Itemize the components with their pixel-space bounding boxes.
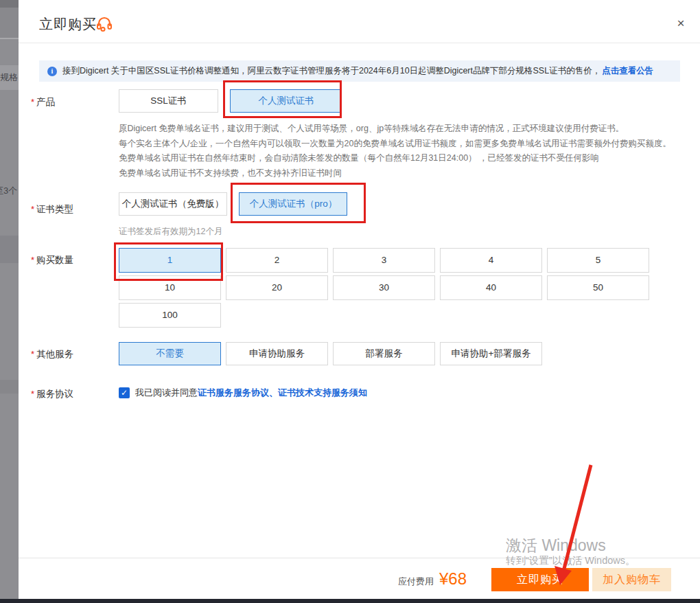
background-band (0, 38, 19, 39)
background-clipped-text: 分规格 (0, 71, 18, 84)
description-line: 原Digicert 免费单域名证书，建议用于测试、个人试用等场景，org、jp等… (119, 122, 695, 137)
purchase-dialog: 立即购买 × i 接到Digicert 关于中国区SSL证书价格调整通知，阿里云… (19, 0, 700, 599)
agreement-text: 我已阅读并同意证书服务服务协议、证书技术支持服务须知 (135, 387, 367, 399)
agreement-row: ✓ 我已阅读并同意证书服务服务协议、证书技术支持服务须知 (119, 387, 367, 399)
description-line: 免费单域名试用证书不支持续费，也不支持补齐旧证书时间 (119, 166, 695, 181)
dialog-header: 立即购买 × (19, 0, 700, 43)
service-option-assist[interactable]: 申请协助服务 (226, 342, 328, 365)
quantity-option-20[interactable]: 20 (226, 275, 328, 300)
quantity-option-30[interactable]: 30 (333, 275, 435, 300)
required-marker: * (31, 349, 34, 359)
required-marker: * (31, 97, 34, 107)
description-line: 免费单域名试用证书在自然年结束时，会自动清除未签发的数量（每个自然年12月31日… (119, 151, 695, 166)
product-options: SSL证书 个人测试证书 (119, 89, 342, 113)
service-option-assist-deploy[interactable]: 申请协助+部署服务 (440, 342, 542, 365)
quantity-option-5[interactable]: 5 (547, 248, 649, 273)
quantity-option-50[interactable]: 50 (547, 275, 649, 300)
fee-value: ¥68 (439, 569, 467, 589)
option-cert-free[interactable]: 个人测试证书（免费版） (119, 192, 227, 216)
price-notice-banner: i 接到Digicert 关于中国区SSL证书价格调整通知，阿里云数字证书管理服… (39, 60, 680, 82)
product-description: 原Digicert 免费单域名证书，建议用于测试、个人试用等场景，org、jp等… (119, 122, 695, 181)
product-label: *产品 (31, 96, 55, 109)
background-clipped-text: 至3个 (0, 185, 17, 197)
notice-text: 接到Digicert 关于中国区SSL证书价格调整通知，阿里云数字证书管理服务将… (62, 65, 600, 77)
quantity-option-10[interactable]: 10 (119, 275, 221, 300)
cert-validity-hint: 证书签发后有效期为12个月 (119, 226, 222, 238)
footer-divider (19, 558, 700, 558)
required-marker: * (31, 204, 34, 214)
cert-type-label: *证书类型 (31, 203, 73, 216)
quantity-label: *购买数量 (31, 254, 73, 266)
background-page-strip: 分规格 至3个 (0, 0, 19, 599)
other-services-label: *其他服务 (31, 348, 73, 361)
background-band (0, 236, 19, 263)
required-marker: * (31, 255, 34, 265)
service-option-deploy[interactable]: 部署服务 (333, 342, 435, 365)
quantity-option-100[interactable]: 100 (119, 303, 221, 328)
fee-label: 应付费用 (398, 576, 434, 588)
agreement-label: *服务协议 (31, 388, 73, 400)
buy-now-button[interactable]: 立即购买 (491, 568, 589, 591)
description-line: 每个实名主体个人/企业，一个自然年内可以领取一次数量为20的免费单域名试用证书额… (119, 137, 695, 152)
option-personal-test-cert[interactable]: 个人测试证书 (230, 89, 342, 113)
add-to-cart-button[interactable]: 加入购物车 (592, 568, 671, 591)
quantity-option-4[interactable]: 4 (440, 248, 542, 273)
quantity-option-3[interactable]: 3 (333, 248, 435, 273)
quantity-options: 1 2 3 4 5 10 20 30 40 50 100 (119, 248, 661, 328)
quantity-option-1[interactable]: 1 (119, 248, 221, 273)
other-services-options: 不需要 申请协助服务 部署服务 申请协助+部署服务 (119, 342, 542, 365)
background-band (0, 0, 19, 8)
cert-type-options: 个人测试证书（免费版） 个人测试证书（pro） (119, 192, 347, 216)
close-icon[interactable]: × (673, 15, 689, 32)
agreement-checkbox[interactable]: ✓ (119, 387, 130, 398)
header-divider (19, 43, 700, 43)
taskbar-edge (0, 599, 700, 603)
service-option-none[interactable]: 不需要 (119, 342, 221, 365)
option-cert-pro[interactable]: 个人测试证书（pro） (239, 192, 347, 216)
info-icon: i (47, 67, 57, 76)
required-marker: * (31, 389, 34, 399)
option-ssl-cert[interactable]: SSL证书 (119, 89, 218, 113)
quantity-option-40[interactable]: 40 (440, 275, 542, 300)
background-band (0, 380, 19, 394)
agreement-links[interactable]: 证书服务服务协议、证书技术支持服务须知 (198, 387, 367, 398)
customer-service-headset-icon[interactable] (95, 16, 113, 32)
background-band (0, 8, 19, 38)
quantity-option-2[interactable]: 2 (226, 248, 328, 273)
view-announcement-link[interactable]: 点击查看公告 (602, 65, 653, 77)
page-title: 立即购买 (39, 15, 97, 34)
